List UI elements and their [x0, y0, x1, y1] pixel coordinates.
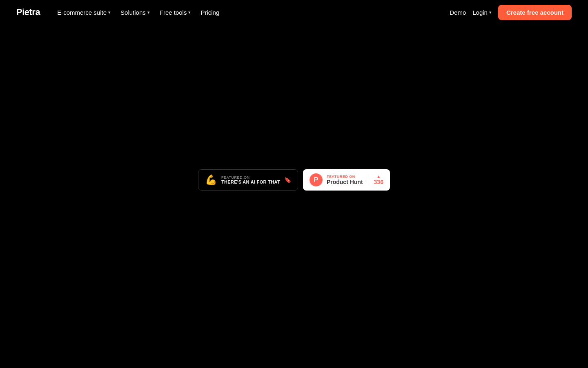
nav-links: E-commerce suite ▾ Solutions ▾ Free tool… — [53, 7, 223, 18]
nav-solutions-label: Solutions — [120, 9, 146, 16]
nav-ecommerce-suite-label: E-commerce suite — [57, 9, 107, 16]
nav-free-tools[interactable]: Free tools ▾ — [156, 7, 195, 18]
producthunt-name: Product Hunt — [327, 179, 363, 185]
producthunt-badge[interactable]: P FEATURED ON Product Hunt ▲ 336 — [303, 169, 390, 191]
producthunt-featured-label: FEATURED ON — [327, 175, 363, 179]
aithat-name: THERE'S AN AI FOR THAT — [221, 180, 280, 184]
aithat-icon: 💪 — [205, 174, 217, 186]
producthunt-logo: P — [310, 173, 323, 186]
login-chevron-icon: ▾ — [489, 10, 492, 15]
producthunt-text: FEATURED ON Product Hunt — [327, 175, 363, 185]
nav-left: Pietra E-commerce suite ▾ Solutions ▾ Fr… — [16, 7, 223, 18]
producthunt-count: 336 — [374, 179, 383, 185]
logo[interactable]: Pietra — [16, 7, 40, 18]
chevron-down-icon: ▾ — [188, 10, 191, 15]
aithat-text: FEATURED ON THERE'S AN AI FOR THAT — [221, 175, 280, 184]
demo-link[interactable]: Demo — [450, 9, 466, 16]
nav-ecommerce-suite[interactable]: E-commerce suite ▾ — [53, 7, 115, 18]
nav-solutions[interactable]: Solutions ▾ — [116, 7, 154, 18]
aithat-badge[interactable]: 💪 FEATURED ON THERE'S AN AI FOR THAT 🔖 — [198, 169, 298, 191]
navbar: Pietra E-commerce suite ▾ Solutions ▾ Fr… — [0, 0, 588, 25]
chevron-down-icon: ▾ — [147, 10, 150, 15]
nav-pricing[interactable]: Pricing — [196, 7, 223, 18]
create-account-button[interactable]: Create free account — [498, 5, 572, 20]
nav-pricing-label: Pricing — [200, 9, 219, 16]
main-content: 💪 FEATURED ON THERE'S AN AI FOR THAT 🔖 P… — [0, 25, 588, 368]
login-label: Login — [472, 9, 488, 16]
chevron-down-icon: ▾ — [108, 10, 111, 15]
nav-right: Demo Login ▾ Create free account — [450, 5, 572, 20]
nav-free-tools-label: Free tools — [160, 9, 187, 16]
producthunt-count-section: ▲ 336 — [369, 175, 383, 185]
upvote-arrow-icon: ▲ — [376, 175, 381, 179]
bookmark-icon: 🔖 — [284, 177, 291, 183]
aithat-label: FEATURED ON — [221, 175, 280, 180]
producthunt-p-letter: P — [314, 176, 318, 184]
login-button[interactable]: Login ▾ — [472, 9, 492, 16]
badges-area: 💪 FEATURED ON THERE'S AN AI FOR THAT 🔖 P… — [198, 169, 390, 191]
